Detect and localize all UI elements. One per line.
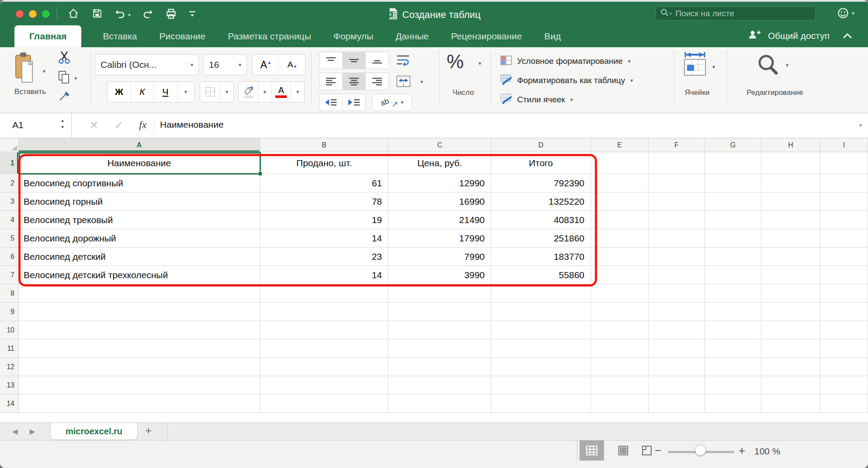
cell-F7[interactable] — [649, 266, 705, 284]
cell-G2[interactable] — [705, 174, 761, 192]
row-header-6[interactable]: 6 — [0, 248, 19, 266]
cell-H10[interactable] — [761, 321, 820, 339]
cell-I10[interactable] — [820, 321, 868, 339]
cell-H14[interactable] — [761, 395, 820, 413]
cell-I13[interactable] — [820, 376, 868, 395]
cell-C13[interactable] — [389, 376, 491, 395]
cell-A4[interactable]: Велосипед трековый — [19, 211, 260, 229]
cell-D5[interactable]: 251860 — [491, 229, 591, 248]
cell-F14[interactable] — [649, 395, 705, 413]
paste-dropdown-icon[interactable]: ▾ — [43, 68, 45, 74]
column-header-C[interactable]: C — [389, 138, 491, 152]
row-header-9[interactable]: 9 — [0, 303, 19, 321]
cell-G8[interactable] — [705, 284, 761, 303]
percent-style-button[interactable]: % — [447, 51, 464, 73]
cell-B10[interactable] — [260, 321, 389, 339]
cell-D14[interactable] — [491, 395, 591, 413]
prev-sheet-icon[interactable]: ◀ — [12, 427, 17, 436]
cell-C11[interactable] — [389, 339, 491, 358]
row-header-12[interactable]: 12 — [0, 358, 19, 376]
cell-H9[interactable] — [761, 303, 820, 321]
borders-dropdown-icon[interactable]: ▾ — [220, 82, 233, 102]
cell-A7[interactable]: Велосипед детский трехколесный — [19, 266, 260, 284]
cell-E2[interactable] — [591, 174, 649, 192]
cell-B2[interactable]: 61 — [260, 174, 389, 192]
cell-G11[interactable] — [705, 339, 761, 358]
align-middle-icon[interactable] — [343, 52, 366, 69]
tab-Формулы[interactable]: Формулы — [333, 25, 374, 47]
font-color-icon[interactable]: А — [271, 82, 291, 102]
cell-A10[interactable] — [19, 321, 260, 339]
search-scope-dropdown-icon[interactable]: ˅ — [669, 11, 672, 16]
column-header-A[interactable]: A — [19, 138, 260, 152]
cell-F13[interactable] — [649, 376, 705, 395]
cell-E10[interactable] — [591, 321, 649, 339]
smiley-dropdown-icon[interactable]: ▾ — [852, 10, 854, 16]
cell-I5[interactable] — [820, 229, 868, 248]
cell-F1[interactable] — [649, 152, 705, 174]
cell-C8[interactable] — [389, 284, 491, 303]
cell-D4[interactable]: 408310 — [491, 211, 591, 229]
normal-view-button[interactable] — [580, 440, 604, 461]
insert-function-icon[interactable]: fx — [139, 119, 146, 131]
editing-find-icon[interactable] — [755, 52, 781, 80]
cell-C6[interactable]: 7990 — [389, 248, 491, 266]
select-all-corner[interactable] — [0, 138, 19, 152]
row-header-2[interactable]: 2 — [0, 174, 19, 192]
name-box[interactable]: A1 ▴ ▾ — [0, 113, 72, 138]
borders-icon[interactable] — [200, 82, 220, 102]
row-header-13[interactable]: 13 — [0, 376, 19, 395]
cell-A13[interactable] — [19, 376, 260, 395]
zoom-slider-thumb[interactable] — [695, 445, 706, 456]
column-header-E[interactable]: E — [591, 138, 649, 152]
cell-G6[interactable] — [705, 248, 761, 266]
align-left-icon[interactable] — [319, 73, 343, 90]
zoom-level[interactable]: 100 % — [754, 446, 781, 457]
cell-D9[interactable] — [491, 303, 591, 321]
cell-E12[interactable] — [591, 358, 649, 376]
cell-I1[interactable] — [820, 152, 868, 174]
cell-A5[interactable]: Велосипед дорожный — [19, 229, 260, 248]
cell-B9[interactable] — [260, 303, 389, 321]
cell-B6[interactable]: 23 — [260, 248, 389, 266]
cell-I4[interactable] — [820, 211, 868, 229]
cell-F8[interactable] — [649, 284, 705, 303]
cell-G10[interactable] — [705, 321, 761, 339]
paste-button[interactable] — [13, 52, 36, 87]
bold-button[interactable]: Ж — [108, 82, 131, 102]
formula-content[interactable]: Наименование — [160, 119, 224, 130]
row-header-10[interactable]: 10 — [0, 321, 19, 339]
cell-G3[interactable] — [705, 192, 761, 211]
shrink-font-button[interactable]: A ▾ — [279, 55, 305, 75]
formula-expand-icon[interactable]: ▾ — [859, 122, 862, 129]
row-header-3[interactable]: 3 — [0, 192, 19, 211]
cell-B8[interactable] — [260, 284, 389, 303]
cell-B1[interactable]: Продано, шт. — [260, 152, 389, 174]
cell-I7[interactable] — [820, 266, 868, 284]
column-header-H[interactable]: H — [761, 138, 820, 152]
copy-icon[interactable] — [58, 70, 71, 87]
cell-A3[interactable]: Велосипед горный — [19, 192, 260, 211]
add-sheet-button[interactable]: + — [145, 424, 152, 437]
cell-D2[interactable]: 792390 — [491, 174, 591, 192]
feedback-smiley-icon[interactable]: ▾ — [837, 7, 854, 19]
cell-G7[interactable] — [705, 266, 761, 284]
cell-styles-button[interactable]: Стили ячеек▾ — [500, 90, 675, 109]
cell-I14[interactable] — [820, 395, 868, 413]
cell-C10[interactable] — [389, 321, 491, 339]
cell-E7[interactable] — [591, 266, 649, 284]
align-right-icon[interactable] — [366, 73, 389, 90]
cell-D7[interactable]: 55860 — [491, 266, 591, 284]
tab-Главная[interactable]: Главная — [14, 25, 81, 47]
cell-F11[interactable] — [649, 339, 705, 358]
cell-B12[interactable] — [260, 358, 389, 376]
tab-Рецензирование[interactable]: Рецензирование — [450, 25, 523, 47]
cell-G5[interactable] — [705, 229, 761, 248]
cell-B4[interactable]: 19 — [260, 211, 389, 229]
cell-G9[interactable] — [705, 303, 761, 321]
stepper-up-icon[interactable]: ▴ — [61, 118, 64, 123]
cell-C12[interactable] — [389, 358, 491, 376]
cell-E14[interactable] — [591, 395, 649, 413]
conditional-formatting-button[interactable]: Условное форматирование▾ — [500, 52, 675, 71]
cell-E11[interactable] — [591, 339, 649, 358]
